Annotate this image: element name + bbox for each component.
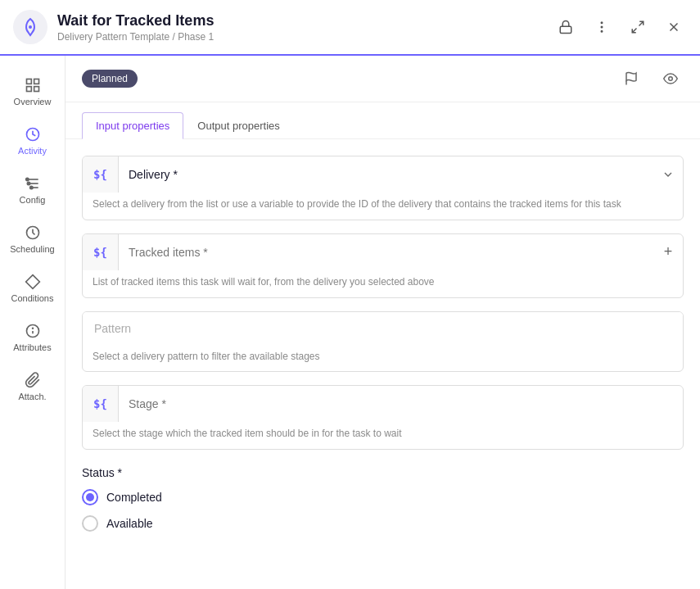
completed-radio-button[interactable] bbox=[82, 489, 98, 505]
svg-line-6 bbox=[632, 29, 636, 33]
header-actions bbox=[553, 14, 687, 40]
delivery-select[interactable]: Delivery * bbox=[119, 160, 653, 189]
svg-point-18 bbox=[27, 182, 29, 184]
main-panel: Planned bbox=[65, 56, 700, 589]
sidebar-scheduling-label: Scheduling bbox=[10, 244, 54, 254]
available-radio-button[interactable] bbox=[82, 515, 98, 532]
sidebar-item-config[interactable]: Config bbox=[3, 167, 62, 213]
expand-button[interactable] bbox=[625, 14, 651, 40]
svg-point-17 bbox=[25, 178, 28, 180]
app-header: Wait for Tracked Items Delivery Pattern … bbox=[0, 0, 700, 56]
close-button[interactable] bbox=[661, 14, 687, 40]
pattern-field-row: Select a delivery pattern to filter the … bbox=[82, 311, 684, 373]
tracked-items-input[interactable] bbox=[119, 238, 653, 267]
stage-help-text: Select the stage which the tracked item … bbox=[83, 422, 683, 449]
svg-rect-10 bbox=[34, 79, 38, 84]
sidebar-overview-label: Overview bbox=[14, 97, 52, 106]
tracked-items-field-row: ${ + List of tracked items this task wil… bbox=[82, 233, 684, 298]
lock-button[interactable] bbox=[553, 14, 579, 40]
svg-point-26 bbox=[669, 77, 673, 81]
sidebar-item-overview[interactable]: Overview bbox=[3, 69, 62, 115]
status-completed-option[interactable]: Completed bbox=[82, 489, 684, 505]
sidebar-item-activity[interactable]: Activity bbox=[3, 118, 62, 164]
svg-marker-21 bbox=[25, 275, 39, 289]
stage-input[interactable] bbox=[119, 389, 683, 419]
stage-field-row: ${ Select the stage which the tracked it… bbox=[82, 385, 684, 450]
sidebar-attributes-label: Attributes bbox=[13, 342, 51, 352]
svg-point-2 bbox=[601, 22, 603, 24]
header-title-block: Wait for Tracked Items Delivery Pattern … bbox=[57, 12, 553, 43]
sidebar-activity-label: Activity bbox=[18, 146, 47, 156]
svg-point-3 bbox=[601, 26, 603, 28]
svg-point-0 bbox=[29, 25, 32, 29]
svg-rect-9 bbox=[26, 79, 31, 84]
flag-button[interactable] bbox=[618, 66, 644, 92]
available-radio-label: Available bbox=[106, 517, 153, 530]
svg-point-4 bbox=[601, 31, 603, 33]
tracked-items-add-button[interactable]: + bbox=[653, 243, 683, 261]
sliders-icon bbox=[25, 175, 41, 192]
topbar: Planned bbox=[65, 56, 700, 102]
sidebar-item-scheduling[interactable]: Scheduling bbox=[3, 216, 62, 262]
status-available-option[interactable]: Available bbox=[82, 515, 684, 532]
svg-point-19 bbox=[29, 186, 32, 188]
sidebar-item-conditions[interactable]: Conditions bbox=[3, 265, 62, 311]
flag-icon bbox=[624, 71, 639, 86]
svg-rect-1 bbox=[560, 26, 571, 33]
status-section: Status * Completed Available bbox=[82, 463, 684, 545]
pattern-help-text: Select a delivery pattern to filter the … bbox=[83, 345, 683, 372]
app-icon bbox=[13, 10, 47, 44]
status-label: Status * bbox=[82, 466, 684, 479]
pattern-input[interactable] bbox=[83, 312, 683, 345]
sidebar: Overview Activity Config bbox=[0, 56, 65, 589]
sidebar-attach-label: Attach. bbox=[18, 392, 46, 401]
sidebar-config-label: Config bbox=[20, 195, 46, 205]
svg-rect-11 bbox=[26, 87, 31, 92]
planned-badge: Planned bbox=[82, 70, 138, 88]
diamond-icon bbox=[25, 274, 41, 290]
delivery-field-row: ${ Delivery * Select a delivery from the… bbox=[82, 156, 684, 220]
delivery-help-text: Select a delivery from the list or use a… bbox=[83, 193, 683, 220]
sidebar-item-attach[interactable]: Attach. bbox=[3, 364, 62, 410]
completed-radio-dot bbox=[86, 493, 94, 501]
tab-bar: Input properties Output properties bbox=[65, 102, 700, 139]
scheduling-icon bbox=[25, 224, 41, 241]
delivery-variable-icon: ${ bbox=[83, 156, 119, 193]
svg-rect-12 bbox=[34, 87, 38, 92]
paperclip-icon bbox=[25, 372, 41, 388]
tracked-items-help-text: List of tracked items this task will wai… bbox=[83, 270, 683, 297]
clock-icon bbox=[25, 126, 41, 143]
eye-button[interactable] bbox=[657, 66, 684, 92]
sidebar-item-attributes[interactable]: Attributes bbox=[3, 315, 62, 360]
tracked-items-variable-icon: ${ bbox=[83, 234, 119, 270]
stage-variable-icon: ${ bbox=[83, 386, 119, 422]
svg-line-5 bbox=[639, 21, 644, 25]
delivery-dropdown-arrow[interactable] bbox=[653, 168, 683, 181]
grid-icon bbox=[25, 77, 41, 93]
content-area: ${ Delivery * Select a delivery from the… bbox=[65, 139, 700, 589]
page-title: Wait for Tracked Items bbox=[57, 12, 553, 29]
page-subtitle: Delivery Pattern Template / Phase 1 bbox=[57, 31, 553, 43]
topbar-actions bbox=[618, 66, 684, 92]
sidebar-conditions-label: Conditions bbox=[11, 293, 54, 303]
tab-input-properties[interactable]: Input properties bbox=[82, 112, 183, 139]
eye-icon bbox=[663, 71, 678, 86]
completed-radio-label: Completed bbox=[106, 491, 162, 504]
info-icon bbox=[25, 323, 41, 339]
more-options-button[interactable] bbox=[589, 14, 615, 40]
tab-output-properties[interactable]: Output properties bbox=[183, 112, 293, 139]
